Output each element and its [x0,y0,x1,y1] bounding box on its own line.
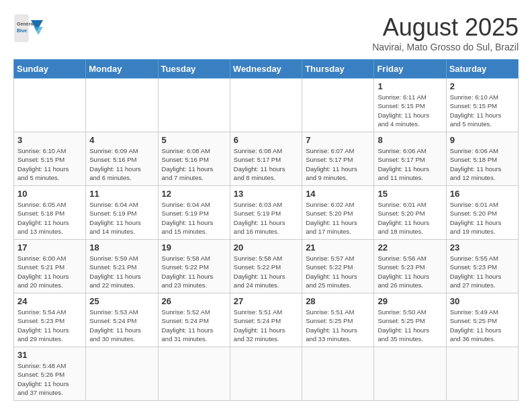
day-info: Sunrise: 5:55 AMSunset: 5:23 PMDaylight:… [450,254,515,289]
day-info: Sunrise: 6:01 AMSunset: 5:20 PMDaylight:… [450,200,515,236]
day-number: 1 [378,81,442,91]
day-cell-1-0: 3Sunrise: 6:10 AMSunset: 5:15 PMDaylight… [14,132,86,186]
day-number: 5 [162,135,226,145]
day-cell-3-0: 17Sunrise: 6:00 AMSunset: 5:21 PMDayligh… [14,240,86,293]
day-info: Sunrise: 5:52 AMSunset: 5:24 PMDaylight:… [162,308,226,343]
day-cell-4-5: 29Sunrise: 5:50 AMSunset: 5:25 PMDayligh… [374,293,446,347]
day-info: Sunrise: 5:59 AMSunset: 5:21 PMDaylight:… [89,254,154,289]
day-info: Sunrise: 6:01 AMSunset: 5:20 PMDaylight:… [378,200,442,236]
day-cell-4-6: 30Sunrise: 5:49 AMSunset: 5:25 PMDayligh… [446,293,518,347]
day-number: 24 [17,296,82,306]
day-info: Sunrise: 5:57 AMSunset: 5:22 PMDaylight:… [306,254,370,289]
day-number: 13 [234,189,298,199]
day-cell-4-3: 27Sunrise: 5:51 AMSunset: 5:24 PMDayligh… [230,293,302,347]
day-info: Sunrise: 6:02 AMSunset: 5:20 PMDaylight:… [306,200,370,236]
day-cell-2-6: 16Sunrise: 6:01 AMSunset: 5:20 PMDayligh… [446,186,518,240]
day-info: Sunrise: 5:56 AMSunset: 5:23 PMDaylight:… [378,254,442,289]
day-info: Sunrise: 6:10 AMSunset: 5:15 PMDaylight:… [17,146,82,182]
day-cell-1-1: 4Sunrise: 6:09 AMSunset: 5:16 PMDaylight… [86,132,158,186]
day-info: Sunrise: 6:08 AMSunset: 5:16 PMDaylight:… [162,146,226,182]
day-number: 21 [306,242,370,253]
day-cell-1-5: 8Sunrise: 6:06 AMSunset: 5:17 PMDaylight… [374,132,446,186]
day-info: Sunrise: 6:06 AMSunset: 5:18 PMDaylight:… [450,146,515,182]
day-cell-5-1 [86,347,158,401]
calendar-table: Sunday Monday Tuesday Wednesday Thursday… [13,59,519,401]
day-cell-0-2 [158,79,230,132]
week-row-5: 31Sunrise: 5:48 AMSunset: 5:26 PMDayligh… [14,347,519,401]
day-cell-3-6: 23Sunrise: 5:55 AMSunset: 5:23 PMDayligh… [446,240,518,293]
day-info: Sunrise: 5:50 AMSunset: 5:25 PMDaylight:… [378,308,442,343]
day-number: 7 [306,135,370,145]
day-info: Sunrise: 6:03 AMSunset: 5:19 PMDaylight:… [234,200,298,236]
day-cell-5-0: 31Sunrise: 5:48 AMSunset: 5:26 PMDayligh… [14,347,86,401]
day-number: 9 [450,135,515,145]
day-number: 11 [89,189,154,199]
day-number: 10 [17,189,82,199]
day-cell-4-0: 24Sunrise: 5:54 AMSunset: 5:23 PMDayligh… [14,293,86,347]
day-cell-1-3: 6Sunrise: 6:08 AMSunset: 5:17 PMDaylight… [230,132,302,186]
day-cell-4-4: 28Sunrise: 5:51 AMSunset: 5:25 PMDayligh… [302,293,374,347]
week-row-3: 17Sunrise: 6:00 AMSunset: 5:21 PMDayligh… [14,240,519,293]
day-cell-2-1: 11Sunrise: 6:04 AMSunset: 5:19 PMDayligh… [86,186,158,240]
header-tuesday: Tuesday [158,60,230,79]
day-cell-0-5: 1Sunrise: 6:11 AMSunset: 5:15 PMDaylight… [374,79,446,132]
day-cell-2-3: 13Sunrise: 6:03 AMSunset: 5:19 PMDayligh… [230,186,302,240]
day-cell-3-4: 21Sunrise: 5:57 AMSunset: 5:22 PMDayligh… [302,240,374,293]
day-cell-4-1: 25Sunrise: 5:53 AMSunset: 5:24 PMDayligh… [86,293,158,347]
header-wednesday: Wednesday [230,60,302,79]
day-number: 27 [234,296,298,306]
day-info: Sunrise: 5:49 AMSunset: 5:25 PMDaylight:… [450,308,515,343]
day-number: 25 [89,296,154,306]
day-number: 6 [234,135,298,145]
day-number: 15 [378,189,442,199]
day-cell-4-2: 26Sunrise: 5:52 AMSunset: 5:24 PMDayligh… [158,293,230,347]
day-number: 20 [234,242,298,253]
day-cell-0-0 [14,79,86,132]
day-info: Sunrise: 5:51 AMSunset: 5:25 PMDaylight:… [306,308,370,343]
day-number: 8 [378,135,442,145]
day-number: 12 [162,189,226,199]
day-cell-1-4: 7Sunrise: 6:07 AMSunset: 5:17 PMDaylight… [302,132,374,186]
day-cell-0-1 [86,79,158,132]
day-cell-1-6: 9Sunrise: 6:06 AMSunset: 5:18 PMDaylight… [446,132,518,186]
day-cell-0-3 [230,79,302,132]
day-number: 26 [162,296,226,306]
weekday-header-row: Sunday Monday Tuesday Wednesday Thursday… [14,60,519,79]
day-cell-2-4: 14Sunrise: 6:02 AMSunset: 5:20 PMDayligh… [302,186,374,240]
day-info: Sunrise: 6:05 AMSunset: 5:18 PMDaylight:… [17,200,82,236]
day-cell-5-4 [302,347,374,401]
week-row-2: 10Sunrise: 6:05 AMSunset: 5:18 PMDayligh… [14,186,519,240]
day-number: 28 [306,296,370,306]
day-number: 29 [378,296,442,306]
day-number: 31 [17,350,82,360]
day-info: Sunrise: 6:08 AMSunset: 5:17 PMDaylight:… [234,146,298,182]
day-cell-5-3 [230,347,302,401]
day-cell-5-5 [374,347,446,401]
logo: General Blue [13,13,43,43]
day-cell-0-4 [302,79,374,132]
day-cell-3-5: 22Sunrise: 5:56 AMSunset: 5:23 PMDayligh… [374,240,446,293]
header-sunday: Sunday [14,60,86,79]
day-number: 22 [378,242,442,253]
day-cell-2-5: 15Sunrise: 6:01 AMSunset: 5:20 PMDayligh… [374,186,446,240]
day-info: Sunrise: 5:53 AMSunset: 5:24 PMDaylight:… [89,308,154,343]
header-thursday: Thursday [302,60,374,79]
day-info: Sunrise: 5:58 AMSunset: 5:22 PMDaylight:… [234,254,298,289]
day-info: Sunrise: 5:54 AMSunset: 5:23 PMDaylight:… [17,308,82,343]
day-cell-0-6: 2Sunrise: 6:10 AMSunset: 5:15 PMDaylight… [446,79,518,132]
page-header: General Blue August 2025 Navirai, Mato G… [13,13,519,52]
day-cell-1-2: 5Sunrise: 6:08 AMSunset: 5:16 PMDaylight… [158,132,230,186]
day-info: Sunrise: 6:04 AMSunset: 5:19 PMDaylight:… [162,200,226,236]
day-info: Sunrise: 6:11 AMSunset: 5:15 PMDaylight:… [378,93,442,128]
day-cell-5-2 [158,347,230,401]
day-number: 3 [17,135,82,145]
calendar-title: August 2025 [372,13,519,42]
title-area: August 2025 Navirai, Mato Grosso do Sul,… [372,13,519,52]
day-number: 18 [89,242,154,253]
day-number: 30 [450,296,515,306]
header-saturday: Saturday [446,60,518,79]
day-info: Sunrise: 6:04 AMSunset: 5:19 PMDaylight:… [89,200,154,236]
week-row-1: 3Sunrise: 6:10 AMSunset: 5:15 PMDaylight… [14,132,519,186]
day-number: 14 [306,189,370,199]
day-number: 19 [162,242,226,253]
